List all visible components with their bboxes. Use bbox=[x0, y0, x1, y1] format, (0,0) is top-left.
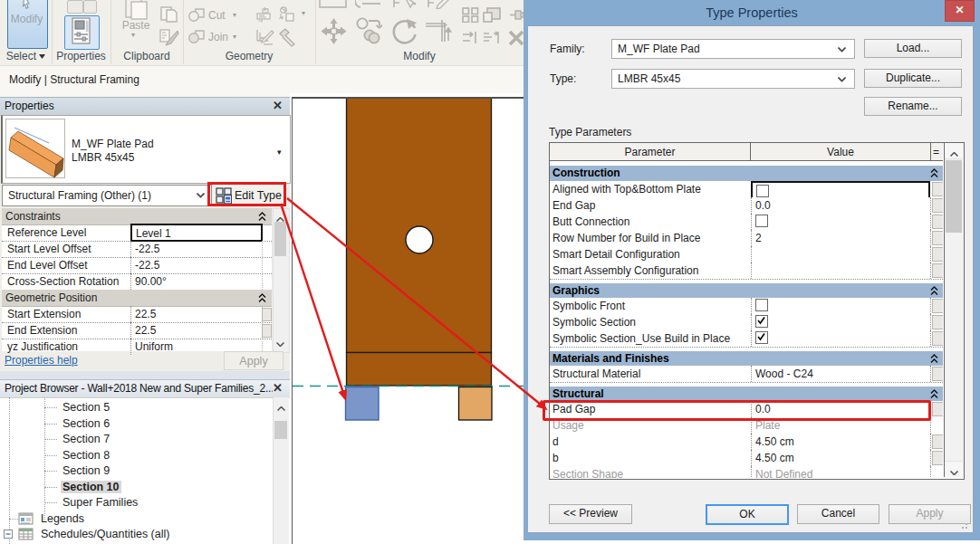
svg-text:Modify: Modify bbox=[11, 13, 43, 25]
